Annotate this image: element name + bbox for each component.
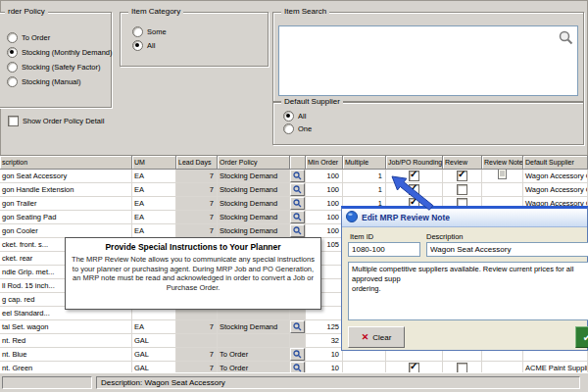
cell-policy-lookup	[290, 334, 306, 347]
cell-um[interactable]: EA	[132, 320, 176, 333]
cell-description[interactable]: tal Set. wagon	[0, 320, 132, 333]
status-description: Description: Wagon Seat Accessory	[96, 376, 580, 389]
order-policy-lookup-button[interactable]	[290, 348, 305, 361]
cell-min-order[interactable]: 100	[306, 211, 343, 223]
cell-um[interactable]: EA	[132, 224, 176, 237]
cell-lead-days[interactable]: 7	[176, 211, 218, 223]
item-id-field[interactable]	[348, 242, 420, 257]
order-policy-option[interactable]: Stocking (Manual)	[7, 76, 80, 87]
cell-min-order[interactable]: 100	[306, 170, 343, 182]
review-checkbox[interactable]	[457, 184, 467, 195]
cell-description[interactable]: nt. Blue	[0, 348, 132, 361]
cell-description[interactable]: gon Handle Extension	[0, 183, 132, 196]
item-search-title: Item Search	[281, 7, 329, 17]
order-policy-lookup-button[interactable]	[290, 224, 305, 237]
cell-um[interactable]: GAL	[132, 334, 176, 347]
order-policy-label: Stocking (Manual)	[22, 77, 80, 86]
order-policy-radio[interactable]	[7, 47, 18, 58]
column-header: Review	[443, 156, 482, 170]
item-category-radio[interactable]	[132, 40, 143, 51]
item-category-option[interactable]: Some	[132, 26, 167, 37]
status-panel-left	[2, 376, 92, 389]
cell-order-policy[interactable]: Stocking Demand	[218, 183, 290, 196]
cell-um[interactable]: EA	[132, 211, 176, 223]
cell-um[interactable]: EA	[132, 170, 176, 182]
order-policy-option[interactable]: To Order	[7, 32, 50, 43]
cell-um[interactable]: GAL	[132, 348, 176, 361]
cell-min-order[interactable]: 125	[306, 320, 343, 333]
default-supplier-radio[interactable]	[283, 123, 294, 134]
cell-order-policy[interactable]	[218, 334, 290, 347]
cell-min-order[interactable]: 32	[306, 334, 343, 347]
cell-default-supplier[interactable]: Wagon Accessory Company	[523, 170, 588, 182]
dialog-icon	[346, 211, 358, 224]
order-policy-lookup-button[interactable]	[290, 197, 305, 210]
default-supplier-group: Default Supplier AllOne	[272, 102, 584, 145]
cell-lead-days[interactable]	[176, 334, 218, 347]
cell-min-order[interactable]: 100	[306, 183, 343, 196]
cell-review	[443, 170, 482, 182]
order-policy-radio[interactable]	[7, 76, 18, 87]
review-checkbox[interactable]	[457, 171, 467, 181]
cell-order-policy[interactable]: Stocking Demand	[218, 320, 290, 333]
cell-order-policy[interactable]: Stocking Demand	[218, 170, 290, 182]
item-category-label: All	[147, 41, 155, 50]
edit-mrp-review-note-dialog: Edit MRP Review Note Item ID Description…	[341, 206, 588, 351]
item-category-option[interactable]: All	[132, 40, 155, 51]
cell-policy-lookup	[290, 183, 306, 196]
clear-x-icon	[362, 332, 369, 342]
order-policy-option[interactable]: Stocking (Safety Factor)	[7, 62, 100, 73]
cell-lead-days[interactable]: 7	[176, 320, 218, 333]
cell-multiple[interactable]: 1	[343, 183, 386, 196]
order-policy-radio[interactable]	[7, 62, 18, 73]
cell-lead-days[interactable]: 7	[176, 224, 218, 237]
cell-description[interactable]: gon Seating Pad	[0, 211, 132, 223]
review-note-icon[interactable]	[498, 170, 507, 182]
cell-min-order[interactable]: 100	[306, 224, 343, 237]
order-policy-lookup-button[interactable]	[290, 211, 305, 223]
cell-order-policy[interactable]: To Order	[218, 348, 290, 361]
cell-order-policy[interactable]: Stocking Demand	[218, 197, 290, 210]
cell-um[interactable]: EA	[132, 183, 176, 196]
cell-description[interactable]: nt. Red	[0, 334, 132, 347]
item-category-radio[interactable]	[132, 26, 143, 37]
ok-button-partial[interactable]	[575, 326, 588, 348]
order-policy-radio[interactable]	[7, 32, 18, 43]
cell-lead-days[interactable]: 7	[176, 348, 218, 361]
search-icon[interactable]	[559, 30, 573, 49]
cell-lead-days[interactable]: 7	[176, 170, 218, 182]
order-policy-label: Stocking (Monthly Demand)	[22, 48, 113, 57]
mrp-item-planning-window: rder Policy To OrderStocking (Monthly De…	[0, 0, 588, 392]
cell-order-policy[interactable]: Stocking Demand	[218, 211, 290, 223]
cell-order-policy[interactable]: Stocking Demand	[218, 224, 290, 237]
order-policy-label: Stocking (Safety Factor)	[22, 63, 100, 72]
default-supplier-option[interactable]: All	[283, 111, 306, 122]
clear-button-label: Clear	[372, 333, 391, 342]
order-policy-lookup-button[interactable]	[290, 170, 305, 182]
cell-min-order[interactable]: 100	[306, 197, 343, 210]
item-search-input[interactable]	[278, 25, 578, 96]
order-policy-lookup-button[interactable]	[290, 320, 305, 333]
cell-default-supplier[interactable]: Wagon Accessory Company	[523, 183, 588, 196]
cell-lead-days[interactable]: 7	[176, 183, 218, 196]
column-header: Review Note	[482, 156, 523, 170]
show-order-policy-detail-row[interactable]: Show Order Policy Detail	[8, 116, 104, 126]
order-policy-option[interactable]: Stocking (Monthly Demand)	[7, 47, 113, 58]
description-field[interactable]	[426, 242, 588, 257]
cell-um[interactable]: EA	[132, 197, 176, 210]
order-policy-group: rder Policy To OrderStocking (Monthly De…	[0, 12, 112, 108]
column-header: Job/PO Rounding	[386, 156, 443, 170]
default-supplier-option[interactable]: One	[283, 123, 312, 134]
review-note-textarea[interactable]: Multiple competitive suppliers available…	[348, 262, 588, 320]
cell-policy-lookup	[290, 320, 306, 333]
cell-lead-days[interactable]: 7	[176, 197, 218, 210]
clear-button[interactable]: Clear	[348, 326, 405, 348]
cell-min-order[interactable]: 10	[306, 348, 343, 361]
default-supplier-radio[interactable]	[283, 111, 294, 122]
cell-description[interactable]: gon Seat Accessory	[0, 170, 132, 182]
cell-description[interactable]: gon Trailer	[0, 197, 132, 210]
order-policy-lookup-button[interactable]	[290, 183, 305, 196]
cell-multiple[interactable]: 1	[343, 170, 386, 182]
show-order-policy-detail-checkbox[interactable]	[8, 116, 19, 126]
cell-description[interactable]: gon Cooler	[0, 224, 132, 237]
